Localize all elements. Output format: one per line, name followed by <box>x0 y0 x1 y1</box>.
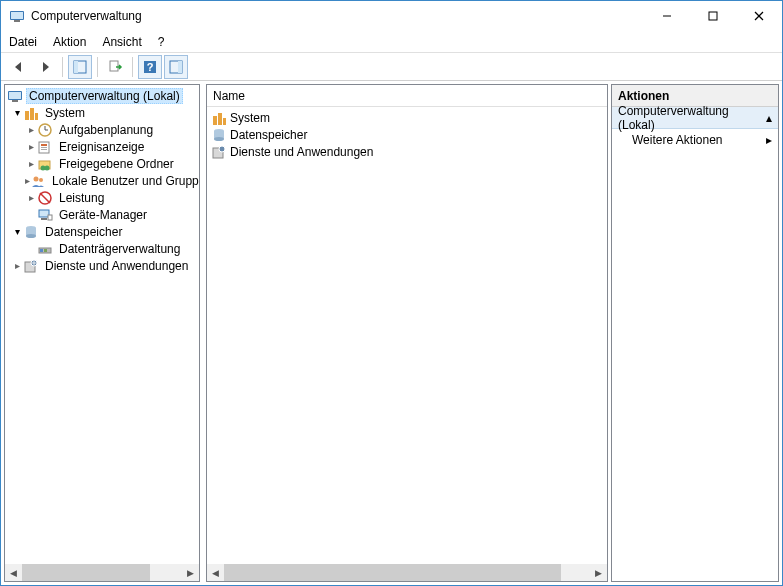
tree-ereignis[interactable]: Ereignisanzeige <box>5 138 199 155</box>
svg-rect-17 <box>25 111 29 120</box>
users-groups-icon <box>30 173 46 189</box>
list-pane: Name System Datenspeicher Dienste und An… <box>206 84 608 582</box>
svg-rect-9 <box>110 61 118 71</box>
performance-icon <box>37 190 53 206</box>
expand-icon[interactable] <box>11 260 23 271</box>
tree-root[interactable]: Computerverwaltung (Lokal) <box>5 87 199 104</box>
tree-label: Aufgabenplanung <box>56 123 156 137</box>
minimize-button[interactable] <box>644 1 690 31</box>
list-label: System <box>230 111 270 125</box>
tree-label: Ereignisanzeige <box>56 140 147 154</box>
svg-rect-46 <box>218 113 222 125</box>
shared-folders-icon <box>37 156 53 172</box>
svg-rect-2 <box>14 20 20 22</box>
tree-label: Computerverwaltung (Lokal) <box>26 88 183 104</box>
back-button[interactable] <box>7 55 31 79</box>
close-button[interactable] <box>736 1 782 31</box>
list-label: Datenspeicher <box>230 128 307 142</box>
tree-lokale[interactable]: Lokale Benutzer und Gruppen <box>5 172 199 189</box>
list-item[interactable]: Datenspeicher <box>207 126 607 143</box>
list-item[interactable]: Dienste und Anwendungen <box>207 143 607 160</box>
list-header[interactable]: Name <box>207 85 607 107</box>
scroll-left-icon[interactable]: ◀ <box>5 564 22 581</box>
svg-point-50 <box>214 137 224 141</box>
nav-tree[interactable]: Computerverwaltung (Lokal) System Aufgab… <box>5 85 199 564</box>
tree-label: Lokale Benutzer und Gruppen <box>49 174 199 188</box>
forward-button[interactable] <box>33 55 57 79</box>
tree-leistung[interactable]: Leistung <box>5 189 199 206</box>
expand-icon[interactable] <box>25 124 37 135</box>
toolbar-separator <box>62 57 63 77</box>
event-viewer-icon <box>37 139 53 155</box>
svg-text:?: ? <box>147 61 154 73</box>
list-item[interactable]: System <box>207 109 607 126</box>
toolbar: ? <box>1 53 782 81</box>
svg-rect-36 <box>48 215 52 220</box>
computer-management-icon <box>7 88 23 104</box>
svg-rect-18 <box>30 108 34 120</box>
tree-freigegebene[interactable]: Freigegebene Ordner <box>5 155 199 172</box>
system-tools-icon <box>23 105 39 121</box>
window-title: Computerverwaltung <box>31 9 142 23</box>
svg-line-33 <box>40 193 50 203</box>
svg-rect-24 <box>41 144 47 146</box>
show-tree-button[interactable] <box>68 55 92 79</box>
submenu-icon: ▸ <box>766 133 772 147</box>
list-body[interactable]: System Datenspeicher Dienste und Anwendu… <box>207 107 607 564</box>
tree-label: Geräte-Manager <box>56 208 150 222</box>
expand-icon[interactable] <box>11 107 23 118</box>
tree-label: Dienste und Anwendungen <box>42 259 191 273</box>
svg-rect-35 <box>41 218 47 220</box>
svg-rect-47 <box>223 118 226 125</box>
export-button[interactable] <box>103 55 127 79</box>
menubar: Datei Aktion Ansicht ? <box>1 31 782 53</box>
tree-pane: Computerverwaltung (Lokal) System Aufgab… <box>4 84 200 582</box>
actions-pane: Aktionen Computerverwaltung (Lokal) ▴ We… <box>611 84 779 582</box>
tree-geraete[interactable]: Geräte-Manager <box>5 206 199 223</box>
svg-rect-1 <box>11 12 23 19</box>
device-manager-icon <box>37 207 53 223</box>
services-icon <box>23 258 39 274</box>
scroll-right-icon[interactable]: ▶ <box>590 564 607 581</box>
menu-file[interactable]: Datei <box>9 35 37 49</box>
tree-scrollbar[interactable]: ◀ ▶ <box>5 564 199 581</box>
show-actions-button[interactable] <box>164 55 188 79</box>
svg-rect-42 <box>44 249 47 252</box>
actions-section[interactable]: Computerverwaltung (Lokal) ▴ <box>612 107 778 129</box>
tree-datenspeicher[interactable]: Datenspeicher <box>5 223 199 240</box>
svg-rect-13 <box>178 61 182 73</box>
menu-view[interactable]: Ansicht <box>102 35 141 49</box>
actions-more-label: Weitere Aktionen <box>632 133 723 147</box>
collapse-icon[interactable]: ▴ <box>766 111 772 125</box>
tree-label: Datenträgerverwaltung <box>56 242 183 256</box>
storage-icon <box>211 127 227 143</box>
menu-action[interactable]: Aktion <box>53 35 86 49</box>
clock-icon <box>37 122 53 138</box>
svg-rect-4 <box>709 12 717 20</box>
actions-more[interactable]: Weitere Aktionen ▸ <box>612 129 778 151</box>
system-tools-icon <box>211 110 227 126</box>
help-button[interactable]: ? <box>138 55 162 79</box>
scroll-right-icon[interactable]: ▶ <box>182 564 199 581</box>
toolbar-separator <box>97 57 98 77</box>
col-name[interactable]: Name <box>213 89 245 103</box>
svg-rect-8 <box>74 61 78 73</box>
expand-icon[interactable] <box>11 226 23 237</box>
tree-label: System <box>42 106 88 120</box>
tree-aufgaben[interactable]: Aufgabenplanung <box>5 121 199 138</box>
app-icon <box>9 8 25 24</box>
expand-icon[interactable] <box>25 158 37 169</box>
content-area: Computerverwaltung (Lokal) System Aufgab… <box>1 81 782 585</box>
tree-dienste[interactable]: Dienste und Anwendungen <box>5 257 199 274</box>
list-label: Dienste und Anwendungen <box>230 145 373 159</box>
services-icon <box>211 144 227 160</box>
tree-datentraeger[interactable]: Datenträgerverwaltung <box>5 240 199 257</box>
expand-icon[interactable] <box>25 192 37 203</box>
svg-point-30 <box>34 176 39 181</box>
menu-help[interactable]: ? <box>158 35 165 49</box>
scroll-left-icon[interactable]: ◀ <box>207 564 224 581</box>
list-scrollbar[interactable]: ◀ ▶ <box>207 564 607 581</box>
tree-system[interactable]: System <box>5 104 199 121</box>
expand-icon[interactable] <box>25 141 37 152</box>
maximize-button[interactable] <box>690 1 736 31</box>
